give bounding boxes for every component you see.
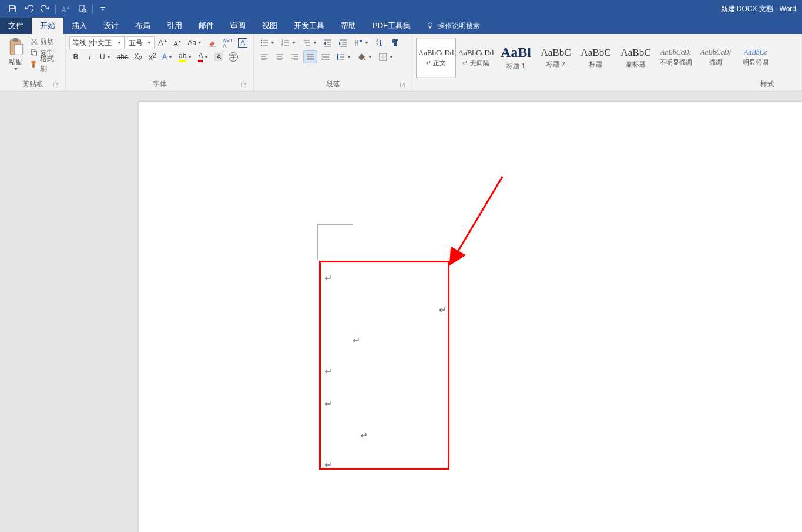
group-clipboard: 粘贴 剪切 复制 格式刷 剪贴板 [0, 34, 66, 91]
style-preview: AaBbC [621, 48, 651, 58]
font-size-select[interactable]: 五号 [126, 36, 155, 49]
show-marks-button[interactable] [388, 36, 402, 49]
clear-formatting-button[interactable] [206, 36, 220, 49]
style-name-label: 副标题 [626, 60, 646, 69]
highlight-button[interactable]: ab [176, 50, 194, 63]
tab-help[interactable]: 帮助 [333, 18, 364, 34]
align-center-icon [275, 52, 284, 62]
qat-customize-button[interactable] [95, 2, 110, 16]
tab-review[interactable]: 审阅 [222, 18, 254, 34]
increase-indent-button[interactable] [336, 36, 350, 49]
svg-rect-8 [13, 38, 18, 42]
paragraph-mark: ↵ [439, 304, 447, 315]
change-case-button[interactable]: Aa [185, 36, 204, 49]
align-right-button[interactable] [288, 50, 302, 63]
svg-rect-0 [10, 6, 14, 8]
align-distribute-button[interactable] [318, 50, 333, 63]
phonetic-guide-button[interactable]: wénA [220, 36, 234, 49]
svg-point-17 [261, 45, 262, 46]
line-spacing-button[interactable] [334, 50, 354, 63]
strikethrough-button[interactable]: abc [115, 50, 130, 63]
paragraph-mark: ↵ [360, 430, 368, 441]
style-item-8[interactable]: AaBbCc明显强调 [736, 38, 776, 78]
format-painter-button[interactable]: 格式刷 [29, 59, 62, 69]
font-color-button[interactable]: A [196, 50, 211, 63]
bullets-button[interactable] [257, 36, 277, 49]
style-preview: AaBbC [541, 48, 571, 58]
qat-print-preview-button[interactable] [75, 2, 90, 16]
tab-home[interactable]: 开始 [32, 18, 63, 34]
copy-icon [30, 49, 38, 57]
shading-button[interactable] [355, 50, 375, 63]
cut-button[interactable]: 剪切 [29, 36, 62, 47]
subscript-button[interactable]: X2 [132, 50, 145, 63]
char-shading-button[interactable]: A [212, 50, 225, 63]
font-name-select[interactable]: 等线 (中文正 [69, 36, 125, 49]
tab-layout[interactable]: 布局 [127, 18, 159, 34]
group-paragraph-label: 段落 [326, 80, 340, 88]
numbering-button[interactable]: 123 [278, 36, 298, 49]
borders-button[interactable] [376, 50, 396, 63]
tab-pdf-tools[interactable]: PDF工具集 [364, 18, 419, 34]
styles-gallery[interactable]: AaBbCcDd↵ 正文AaBbCcDd↵ 无间隔AaBl标题 1AaBbC标题… [416, 36, 798, 78]
character-border-button[interactable]: A [236, 36, 250, 49]
qat-save-button[interactable] [5, 2, 20, 16]
sort-button[interactable]: AZ [373, 36, 387, 49]
tab-mailings[interactable]: 邮件 [190, 18, 222, 34]
tell-me-search[interactable]: 操作说明搜索 [419, 18, 487, 34]
asian-layout-button[interactable] [351, 36, 371, 49]
style-preview: AaBbCcDd [418, 49, 454, 56]
style-item-3[interactable]: AaBbC标题 2 [536, 38, 576, 78]
style-item-7[interactable]: AaBbCcDi强调 [696, 38, 736, 78]
style-item-0[interactable]: AaBbCcDd↵ 正文 [416, 38, 456, 78]
style-item-2[interactable]: AaBl标题 1 [496, 38, 536, 78]
tab-design[interactable]: 设计 [95, 18, 127, 34]
dialog-launcher-icon[interactable] [399, 82, 406, 89]
line-spacing-icon [336, 52, 345, 62]
scissors-icon [30, 38, 38, 46]
align-justify-button[interactable] [303, 50, 317, 63]
style-item-4[interactable]: AaBbC标题 [576, 38, 616, 78]
qat-font-grow-button[interactable]: A▲ [58, 2, 73, 16]
style-name-label: 标题 2 [546, 60, 565, 69]
asian-layout-icon [354, 38, 363, 48]
style-name-label: ↵ 无间隔 [462, 59, 489, 68]
style-item-1[interactable]: AaBbCcDd↵ 无间隔 [456, 38, 496, 78]
tab-references[interactable]: 引用 [159, 18, 190, 34]
dialog-launcher-icon[interactable] [52, 82, 59, 89]
page[interactable]: ↵↵↵↵↵↵↵ [139, 102, 802, 532]
enclose-char-button[interactable]: 字 [226, 50, 240, 63]
tab-file[interactable]: 文件 [0, 18, 32, 34]
style-name-label: 标题 [589, 60, 602, 69]
document-area[interactable]: ↵↵↵↵↵↵↵ [0, 92, 802, 532]
align-center-button[interactable] [273, 50, 287, 63]
decrease-indent-button[interactable] [321, 36, 335, 49]
tab-insert[interactable]: 插入 [63, 18, 95, 34]
svg-text:Z: Z [376, 43, 379, 47]
grow-font-button[interactable]: A▲ [156, 36, 170, 49]
shrink-font-button[interactable]: A▼ [171, 36, 184, 49]
svg-line-25 [457, 177, 502, 254]
style-name-label: 标题 1 [506, 62, 525, 70]
paste-button[interactable]: 粘贴 [4, 36, 28, 72]
margin-corner-mark [317, 224, 318, 260]
style-item-5[interactable]: AaBbC副标题 [616, 38, 656, 78]
svg-rect-2 [79, 5, 84, 11]
text-effects-button[interactable]: A [160, 50, 175, 63]
dialog-launcher-icon[interactable] [240, 82, 247, 89]
qat-redo-button[interactable] [38, 2, 53, 16]
bold-button[interactable]: B [69, 50, 82, 63]
multilevel-list-button[interactable] [300, 36, 320, 49]
doc-name: 新建 DOCX 文档 [721, 5, 773, 13]
group-paragraph: 123 AZ 段落 [254, 34, 412, 91]
tab-developer[interactable]: 开发工具 [286, 18, 333, 34]
style-item-6[interactable]: AaBbCcDi不明显强调 [656, 38, 696, 78]
align-left-button[interactable] [257, 50, 271, 63]
group-font: 等线 (中文正 五号 A▲ A▼ Aa wénA A B I U abc X2 … [66, 34, 254, 91]
style-name-label: 不明显强调 [660, 58, 692, 67]
superscript-button[interactable]: X2 [146, 50, 159, 63]
tab-view[interactable]: 视图 [254, 18, 286, 34]
italic-button[interactable]: I [83, 50, 96, 63]
qat-undo-button[interactable] [21, 2, 36, 16]
underline-button[interactable]: U [98, 50, 113, 63]
